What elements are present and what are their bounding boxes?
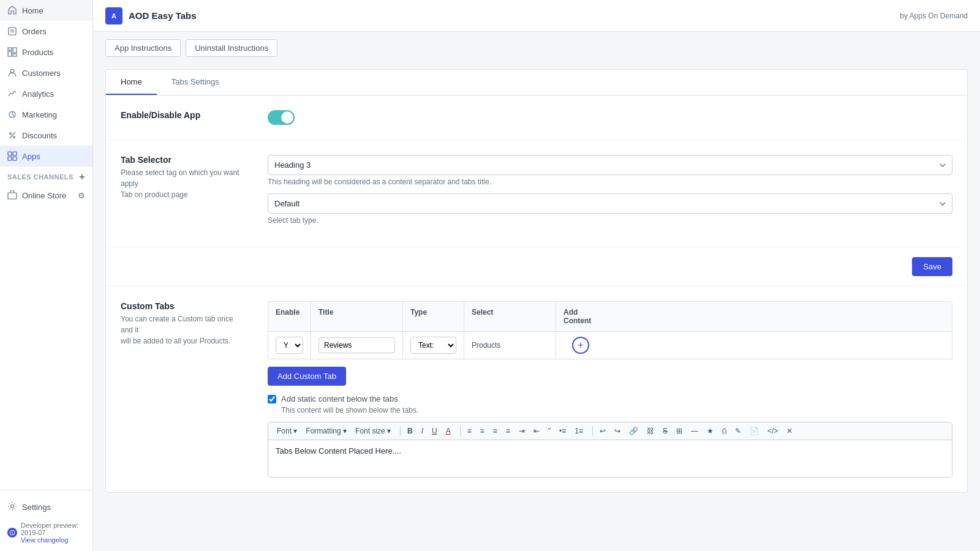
sidebar-item-home[interactable]: Home [0,0,92,21]
sidebar-item-discounts[interactable]: Discounts [0,125,92,146]
col-enable: Enable [268,302,311,331]
sidebar-nav: Home Orders Products Customers Analytics [0,0,92,490]
save-button[interactable]: Save [912,257,952,276]
add-sales-channel-icon[interactable]: + [79,171,85,182]
heading-select-wrap: Heading 1 Heading 2 Heading 3 Heading 4 … [268,155,952,186]
rte-blockquote-btn[interactable]: " [545,425,554,437]
row-title-input[interactable] [318,337,395,353]
rte-indent-btn[interactable]: ⇥ [515,425,529,437]
rte-underline-btn[interactable]: U [428,425,441,437]
rte-ul-btn[interactable]: •≡ [556,425,570,437]
svg-line-10 [9,132,15,138]
heading-hint: This heading will be considered as a con… [268,178,952,186]
rte-undo-btn[interactable]: ↩ [596,425,609,437]
rte-redo-btn[interactable]: ↪ [611,425,624,437]
rte-italic-btn[interactable]: I [418,425,427,437]
rte-hr-btn[interactable]: — [687,425,702,437]
app-instructions-btn[interactable]: App Instructions [105,39,181,57]
rte-color-btn[interactable]: A [442,425,454,437]
sidebar-item-online-store[interactable]: Online Store ⚙ [0,185,92,206]
rte-align-left-btn[interactable]: ≡ [464,425,475,437]
rte-fontsize-btn[interactable]: Font size ▾ [352,425,394,437]
rte-clear-btn[interactable]: ✕ [783,425,796,437]
rte-align-center-btn[interactable]: ≡ [477,425,488,437]
static-content-checkbox[interactable] [268,395,276,403]
tab-home[interactable]: Home [106,70,157,95]
enable-label: Enable/Disable App [121,110,243,125]
svg-rect-3 [8,51,12,56]
add-custom-tab-btn[interactable]: Add Custom Tab [268,367,346,386]
rte-sep-2 [460,426,461,436]
rte-formatting-btn[interactable]: Formatting ▾ [302,425,350,437]
cell-enable: Yes No [268,332,311,359]
rte-print-btn[interactable]: ⎙ [718,425,730,437]
rte-font-btn[interactable]: Font ▾ [273,425,301,437]
rte-toolbar: Font ▾ Formatting ▾ Font size ▾ B I U A [268,422,952,440]
add-content-btn[interactable]: + [572,337,589,354]
sidebar-item-analytics[interactable]: Analytics [0,83,92,104]
static-content-hint: This content will be shown below the tab… [281,406,952,414]
svg-rect-12 [13,152,17,156]
cell-title [311,332,403,359]
row-enable-select[interactable]: Yes No [276,337,303,354]
topbar-left: A AOD Easy Tabs [105,7,197,24]
sidebar-item-products[interactable]: Products [0,42,92,62]
brand-text: by Apps On Demand [900,12,968,20]
rte-edit-group: ↩ ↪ 🔗 ⛓ S ⊞ — ★ ⎙ ✎ 📄 [596,425,796,437]
cell-add-content: + [556,332,605,359]
svg-point-19 [12,531,12,531]
row-select-value: Products [472,341,500,350]
svg-rect-14 [13,157,17,160]
static-content-checkbox-row: Add static content below the tabs [268,394,952,403]
tab-type-hint: Select tab type. [268,216,952,225]
rte-star-btn[interactable]: ★ [703,425,717,437]
rte-align-right-btn[interactable]: ≡ [489,425,501,437]
sidebar-item-orders[interactable]: Orders [0,21,92,42]
orders-icon [7,26,17,36]
heading-select[interactable]: Heading 1 Heading 2 Heading 3 Heading 4 … [268,155,952,175]
rte-link-btn[interactable]: 🔗 [625,425,642,437]
home-icon [7,6,17,15]
rte-clean-btn[interactable]: ✎ [731,425,745,437]
sidebar-item-marketing[interactable]: Marketing [0,104,92,125]
sidebar-item-customers[interactable]: Customers [0,62,92,83]
rte-content[interactable]: Tabs Below Content Placed Here.... [268,440,952,477]
table-row: Yes No Text: HTML: Page: [268,332,952,359]
sidebar: Home Orders Products Customers Analytics [0,0,93,551]
enable-toggle[interactable] [268,110,295,125]
marketing-icon [7,110,17,119]
sidebar-item-settings[interactable]: Settings [7,498,85,517]
col-select: Select [464,302,556,331]
rte-ol-btn[interactable]: 1≡ [571,425,587,437]
sidebar-item-apps[interactable]: Apps [0,146,92,167]
row-type-select[interactable]: Text: HTML: Page: [410,337,456,354]
svg-point-7 [10,69,14,73]
inner-tab-bar: Home Tabs Settings [106,70,967,96]
tab-tabs-settings[interactable]: Tabs Settings [157,70,234,95]
toggle-wrap [268,110,952,125]
instruction-tabs: App Instructions Uninstall Instructions [93,32,980,57]
rte-code-btn[interactable]: </> [764,425,782,437]
rte-outdent-btn[interactable]: ⇤ [530,425,543,437]
online-store-icon [7,190,17,200]
rte-format-group: B I U A [404,425,454,437]
discounts-icon [7,130,17,140]
rte-unlink-btn[interactable]: ⛓ [643,425,658,437]
rte-bold-btn[interactable]: B [404,425,417,437]
online-store-settings-icon[interactable]: ⚙ [78,191,85,200]
svg-rect-13 [8,157,12,160]
rte-table-btn[interactable]: ⊞ [673,425,686,437]
col-type: Type [403,302,464,331]
rte-font-group: Font ▾ Formatting ▾ Font size ▾ [273,425,394,437]
uninstall-instructions-btn[interactable]: Uninstall Instructions [186,39,277,57]
rte-sep-3 [592,426,593,436]
rte-justify-btn[interactable]: ≡ [502,425,514,437]
svg-point-9 [13,137,15,138]
view-changelog-link[interactable]: View changelog [21,536,68,544]
svg-rect-6 [13,54,17,56]
rte-wrap: Font ▾ Formatting ▾ Font size ▾ B I U A [268,422,952,478]
rte-page-btn[interactable]: 📄 [746,425,763,437]
customers-icon [7,68,17,78]
tab-type-select[interactable]: Default Accordion Vertical [268,193,952,214]
rte-strike-btn[interactable]: S [659,425,671,437]
